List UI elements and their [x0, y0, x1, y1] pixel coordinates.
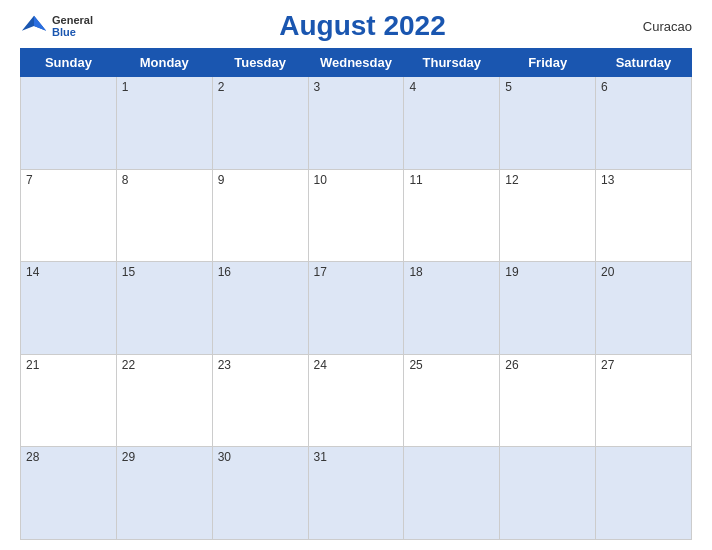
calendar-day-cell — [21, 77, 117, 170]
calendar-header-row: SundayMondayTuesdayWednesdayThursdayFrid… — [21, 49, 692, 77]
calendar-week-row: 123456 — [21, 77, 692, 170]
calendar-title: August 2022 — [93, 10, 632, 42]
logo-bird-icon — [20, 12, 48, 40]
day-of-week-monday: Monday — [116, 49, 212, 77]
day-number: 29 — [122, 450, 135, 464]
calendar-header: General Blue August 2022 Curacao — [20, 10, 692, 42]
day-number: 3 — [314, 80, 321, 94]
day-number: 21 — [26, 358, 39, 372]
day-number: 24 — [314, 358, 327, 372]
calendar-day-cell: 2 — [212, 77, 308, 170]
day-number: 13 — [601, 173, 614, 187]
calendar-body: 1234567891011121314151617181920212223242… — [21, 77, 692, 540]
calendar-day-cell: 4 — [404, 77, 500, 170]
day-number: 23 — [218, 358, 231, 372]
calendar-day-cell: 3 — [308, 77, 404, 170]
svg-marker-1 — [34, 16, 46, 31]
day-of-week-friday: Friday — [500, 49, 596, 77]
calendar-day-cell: 23 — [212, 354, 308, 447]
calendar-day-cell: 17 — [308, 262, 404, 355]
day-of-week-thursday: Thursday — [404, 49, 500, 77]
day-of-week-saturday: Saturday — [596, 49, 692, 77]
calendar-week-row: 14151617181920 — [21, 262, 692, 355]
day-number: 19 — [505, 265, 518, 279]
calendar-day-cell: 29 — [116, 447, 212, 540]
calendar-day-cell: 15 — [116, 262, 212, 355]
day-number: 22 — [122, 358, 135, 372]
calendar-week-row: 21222324252627 — [21, 354, 692, 447]
calendar-day-cell: 1 — [116, 77, 212, 170]
region-label: Curacao — [632, 19, 692, 34]
day-number: 6 — [601, 80, 608, 94]
day-of-week-wednesday: Wednesday — [308, 49, 404, 77]
calendar-day-cell: 13 — [596, 169, 692, 262]
logo-text: General Blue — [52, 14, 93, 38]
day-number: 9 — [218, 173, 225, 187]
calendar-day-cell: 18 — [404, 262, 500, 355]
day-number: 15 — [122, 265, 135, 279]
day-number: 17 — [314, 265, 327, 279]
calendar-day-cell: 5 — [500, 77, 596, 170]
calendar-week-row: 78910111213 — [21, 169, 692, 262]
day-number: 2 — [218, 80, 225, 94]
day-number: 4 — [409, 80, 416, 94]
calendar-day-cell: 21 — [21, 354, 117, 447]
day-number: 1 — [122, 80, 129, 94]
day-number: 5 — [505, 80, 512, 94]
calendar-day-cell: 31 — [308, 447, 404, 540]
day-number: 20 — [601, 265, 614, 279]
calendar-day-cell: 27 — [596, 354, 692, 447]
day-of-week-sunday: Sunday — [21, 49, 117, 77]
day-of-week-tuesday: Tuesday — [212, 49, 308, 77]
day-number: 7 — [26, 173, 33, 187]
day-number: 14 — [26, 265, 39, 279]
calendar-day-cell: 12 — [500, 169, 596, 262]
day-number: 28 — [26, 450, 39, 464]
calendar-table: SundayMondayTuesdayWednesdayThursdayFrid… — [20, 48, 692, 540]
calendar-day-cell: 11 — [404, 169, 500, 262]
calendar-day-cell — [500, 447, 596, 540]
calendar-day-cell: 30 — [212, 447, 308, 540]
calendar-day-cell: 20 — [596, 262, 692, 355]
day-number: 31 — [314, 450, 327, 464]
logo-general-label: General — [52, 14, 93, 26]
calendar-day-cell — [596, 447, 692, 540]
calendar-day-cell: 25 — [404, 354, 500, 447]
calendar-day-cell: 26 — [500, 354, 596, 447]
calendar-day-cell: 10 — [308, 169, 404, 262]
calendar-day-cell: 19 — [500, 262, 596, 355]
day-number: 25 — [409, 358, 422, 372]
calendar-week-row: 28293031 — [21, 447, 692, 540]
day-number: 27 — [601, 358, 614, 372]
day-number: 30 — [218, 450, 231, 464]
day-number: 8 — [122, 173, 129, 187]
calendar-day-cell: 28 — [21, 447, 117, 540]
calendar-day-cell: 24 — [308, 354, 404, 447]
calendar-day-cell — [404, 447, 500, 540]
calendar-day-cell: 7 — [21, 169, 117, 262]
day-number: 26 — [505, 358, 518, 372]
logo: General Blue — [20, 12, 93, 40]
day-number: 12 — [505, 173, 518, 187]
calendar-day-cell: 9 — [212, 169, 308, 262]
day-number: 10 — [314, 173, 327, 187]
calendar-day-cell: 16 — [212, 262, 308, 355]
calendar-day-cell: 6 — [596, 77, 692, 170]
day-number: 16 — [218, 265, 231, 279]
logo-blue-label: Blue — [52, 26, 93, 38]
day-number: 18 — [409, 265, 422, 279]
calendar-day-cell: 22 — [116, 354, 212, 447]
calendar-day-cell: 8 — [116, 169, 212, 262]
day-number: 11 — [409, 173, 422, 187]
calendar-day-cell: 14 — [21, 262, 117, 355]
